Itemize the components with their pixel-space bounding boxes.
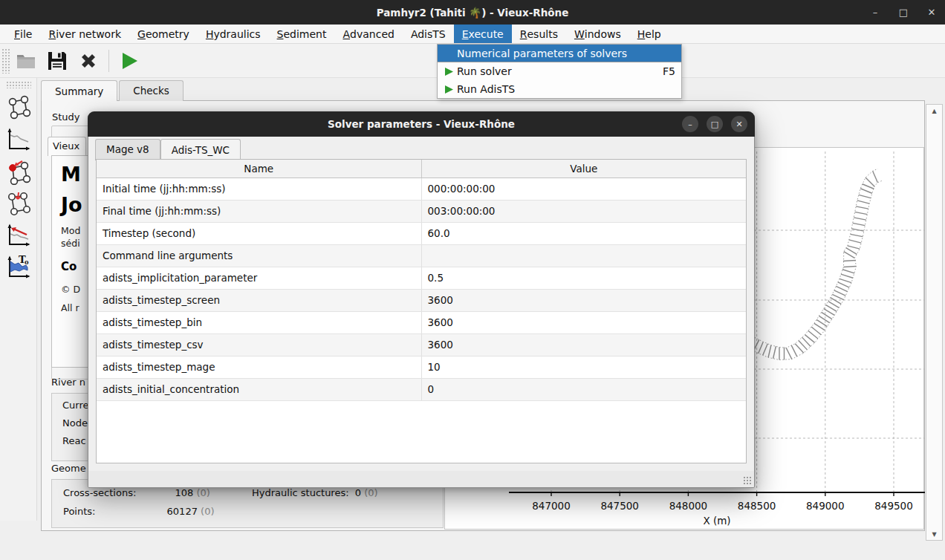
param-name: adists_timestep_screen: [97, 289, 421, 311]
param-value[interactable]: 3600: [421, 289, 746, 311]
minimize-icon[interactable]: –: [869, 7, 881, 18]
dialog-minimize-icon[interactable]: –: [682, 116, 698, 132]
t0-chart-icon: T 0: [6, 254, 31, 281]
network-edit-button[interactable]: [3, 187, 34, 219]
close-study-button[interactable]: [74, 46, 103, 76]
parameters-table-container: NameValue Initial time (jj:hh:mm:ss)000:…: [96, 159, 747, 463]
menu-geometry[interactable]: Geometry: [129, 25, 198, 43]
param-name: Initial time (jj:hh:mm:ss): [97, 178, 421, 200]
study-tab[interactable]: Vieux: [48, 137, 86, 156]
x-tick-label: 849500: [874, 500, 913, 512]
menu-item-run-solver[interactable]: Run solverF5: [438, 62, 681, 80]
param-row: adists_timestep_bin3600: [97, 311, 746, 333]
maximize-icon[interactable]: □: [897, 7, 909, 18]
hydraulic-structures-stat: Hydraulic stuctures: 0 (0): [252, 487, 378, 498]
param-value[interactable]: 10: [421, 356, 746, 378]
floppy-icon: [48, 51, 67, 71]
solver-parameters-dialog: Solver parameters - Vieux-Rhône – □ ✕ Ma…: [88, 111, 755, 488]
folder-icon: [16, 52, 36, 70]
menubar: FileRiver networkGeometryHydraulicsSedim…: [0, 25, 945, 44]
dialog-controls: – □ ✕: [682, 116, 747, 132]
dialog-tab-bar: Mage v8Adis-TS_WC: [95, 139, 241, 160]
x-tick-label: 848500: [738, 500, 776, 512]
menu-execute[interactable]: Execute: [454, 25, 512, 43]
menu-file[interactable]: File: [6, 25, 40, 43]
points-value: 60127: [167, 506, 198, 517]
param-row: adists_initial_concentration0: [97, 378, 746, 400]
menu-help[interactable]: Help: [629, 25, 669, 43]
network-icon: [6, 94, 31, 121]
scroll-up-icon[interactable]: ▲: [926, 105, 942, 117]
param-value[interactable]: 000:00:00:00: [421, 178, 746, 200]
x-tick-label: 848000: [669, 500, 708, 512]
param-value[interactable]: 003:00:00:00: [421, 200, 746, 222]
river-network-button[interactable]: [3, 91, 34, 123]
tab-checks[interactable]: Checks: [119, 80, 184, 101]
side-toolbar-grip[interactable]: [6, 81, 31, 88]
dialog-tab-mage-v8[interactable]: Mage v8: [95, 139, 160, 160]
vertical-scrollbar[interactable]: ▲ ▼: [926, 104, 943, 541]
menu-hydraulics[interactable]: Hydraulics: [198, 25, 269, 43]
param-name: Timestep (second): [97, 222, 421, 244]
study-group-label: Study: [52, 111, 80, 123]
menu-item-numerical-parameters-of-solvers[interactable]: Numerical parameters of solvers: [438, 45, 681, 62]
dialog-titlebar[interactable]: Solver parameters - Vieux-Rhône – □ ✕: [88, 111, 755, 137]
param-value[interactable]: 0.5: [421, 267, 746, 289]
initial-conditions-button[interactable]: T 0: [3, 251, 34, 283]
run-solver-button[interactable]: [114, 46, 144, 76]
toolbar-grip[interactable]: [1, 48, 10, 74]
menu-sediment[interactable]: Sediment: [269, 25, 335, 43]
menu-item-shortcut: F5: [663, 65, 675, 77]
param-value[interactable]: 60.0: [421, 222, 746, 244]
window-titlebar[interactable]: Pamhyr2 (Tahiti 🌴) - Vieux-Rhône – □ ✕: [0, 0, 945, 25]
tab-summary[interactable]: Summary: [41, 80, 117, 101]
param-name: adists_timestep_csv: [97, 333, 421, 356]
menu-item-run-adists[interactable]: Run AdisTS: [438, 80, 681, 98]
column-header-value[interactable]: Value: [421, 160, 746, 178]
menu-results[interactable]: Results: [512, 25, 566, 43]
param-row: Initial time (jj:hh:mm:ss)000:00:00:00: [97, 178, 746, 200]
column-header-name[interactable]: Name: [97, 160, 421, 178]
application-window: Pamhyr2 (Tahiti 🌴) - Vieux-Rhône – □ ✕ F…: [0, 0, 945, 560]
x-tick-label: 847500: [600, 500, 639, 512]
param-value[interactable]: 3600: [421, 333, 746, 356]
param-value[interactable]: 3600: [421, 311, 746, 333]
network-edit-icon: [6, 190, 31, 217]
dialog-footer: [88, 471, 754, 487]
x-tick-label: 849000: [806, 500, 845, 512]
geometry-group-label: Geome: [51, 463, 86, 474]
side-toolbar: T 0: [0, 78, 37, 521]
river-network-group-label: River n: [51, 377, 85, 388]
dialog-close-icon[interactable]: ✕: [731, 116, 747, 132]
cross-sections-value: 108: [175, 487, 193, 498]
param-value[interactable]: [421, 244, 746, 267]
open-button[interactable]: [11, 46, 41, 76]
longitudinal-profile-button[interactable]: [3, 123, 34, 155]
dialog-resize-grip[interactable]: [743, 476, 752, 485]
menu-item-label: Numerical parameters of solvers: [457, 48, 675, 59]
main-tab-bar: SummaryChecks: [41, 80, 185, 101]
menu-item-label: Run AdisTS: [457, 83, 675, 95]
scroll-down-icon[interactable]: ▼: [926, 528, 942, 540]
svg-text:0: 0: [25, 258, 29, 266]
menu-river-network[interactable]: River network: [40, 25, 129, 43]
close-icon[interactable]: ✕: [926, 7, 938, 18]
menu-windows[interactable]: Windows: [566, 25, 629, 43]
hydraulic-structures-value: 0: [355, 487, 361, 498]
menu-advanced[interactable]: Advanced: [334, 25, 402, 43]
param-value[interactable]: 0: [421, 378, 746, 400]
profile-update-button[interactable]: [3, 219, 34, 251]
points-label: Points:: [63, 506, 95, 517]
dialog-tab-adis-ts-wc[interactable]: Adis-TS_WC: [160, 139, 241, 160]
param-name: adists_implicitation_parameter: [97, 267, 421, 289]
menu-adists[interactable]: AdisTS: [403, 25, 454, 43]
points-extra: (0): [201, 506, 214, 517]
hydraulic-structures-label: Hydraulic stuctures:: [252, 487, 349, 498]
param-name: Final time (jj:hh:mm:ss): [97, 200, 421, 222]
x-tick-label: 847000: [532, 500, 571, 512]
param-row: adists_timestep_csv3600: [97, 333, 746, 356]
save-button[interactable]: [42, 46, 72, 76]
play-icon: [119, 51, 140, 71]
dialog-maximize-icon[interactable]: □: [707, 116, 723, 132]
network-current-node-button[interactable]: [3, 155, 34, 187]
